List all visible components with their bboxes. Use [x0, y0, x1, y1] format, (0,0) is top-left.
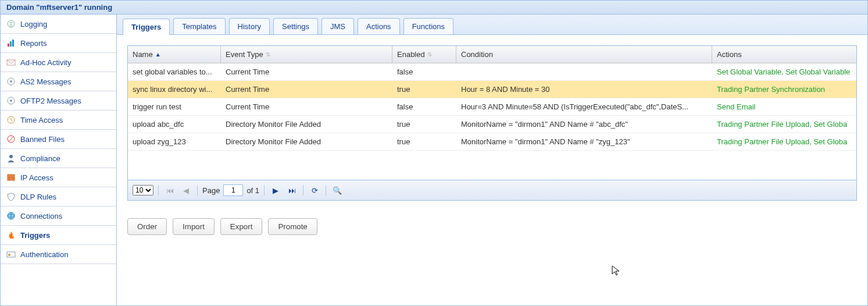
cell-enabled: false [392, 63, 456, 80]
sidebar-item-label: Banned Files [20, 135, 65, 144]
sidebar-item-label: AS2 Messages [20, 77, 71, 86]
svg-rect-5 [10, 41, 12, 47]
sidebar-item-triggers[interactable]: Triggers [1, 226, 116, 245]
sidebar-item-label: DLP Rules [20, 193, 56, 201]
last-page-button[interactable]: ⏭ [285, 184, 298, 197]
mail-icon [6, 58, 16, 67]
page-of-label: of 1 [247, 186, 259, 195]
cell-enabled: true [392, 81, 456, 98]
first-page-button[interactable]: ⏮ [163, 184, 176, 197]
cell-name: sync linux directory wi... [128, 81, 221, 98]
col-header-name-label: Name [133, 50, 153, 59]
cell-condition: MonitorName = "dirmon1" AND Name # "zyg_… [456, 133, 712, 150]
sidebar-item-label: Time Access [20, 116, 63, 124]
sidebar-item-ad-hoc-activity[interactable]: Ad-Hoc Activity [1, 53, 116, 72]
sidebar-item-ip-access[interactable]: IP Access [1, 168, 116, 187]
key-icon [6, 250, 16, 259]
table-row[interactable]: sync linux directory wi...Current Timetr… [128, 81, 856, 98]
col-header-name[interactable]: Name ▲ [128, 46, 221, 63]
tab-history[interactable]: History [229, 18, 270, 34]
svg-rect-4 [8, 44, 9, 47]
sidebar-item-time-access[interactable]: Time Access [1, 111, 116, 130]
cell-actions: Trading Partner File Upload, Set Globa [712, 116, 856, 133]
cell-event: Directory Monitor File Added [221, 116, 392, 133]
table-row[interactable]: trigger run testCurrent TimefalseHour=3 … [128, 98, 856, 116]
tab-triggers[interactable]: Triggers [123, 19, 170, 35]
cell-actions: Trading Partner Synchronization [712, 81, 856, 98]
next-page-button[interactable]: ▶ [269, 184, 282, 197]
cell-actions: Trading Partner File Upload, Set Globa [712, 133, 856, 150]
svg-point-25 [8, 254, 10, 256]
cell-name: upload zyg_123 [128, 133, 221, 150]
search-button[interactable]: 🔍 [331, 184, 344, 197]
window-title: Domain "mftserver1" running [1, 1, 867, 15]
col-header-event[interactable]: Event Type ⇅ [221, 46, 392, 63]
sidebar-item-connections[interactable]: Connections [1, 207, 116, 226]
fire-icon [6, 230, 16, 240]
ban-icon [6, 134, 16, 144]
cell-enabled: true [392, 116, 456, 133]
bottom-toolbar: Order Import Export Promote [127, 218, 857, 235]
import-button[interactable]: Import [173, 218, 215, 235]
refresh-button[interactable]: ⟳ [308, 184, 321, 197]
cell-event: Current Time [221, 63, 392, 80]
shield-icon [6, 192, 16, 201]
tab-settings[interactable]: Settings [273, 18, 318, 34]
page-label: Page [202, 186, 220, 195]
grid-body: set global variables to...Current Timefa… [128, 63, 856, 151]
table-row[interactable]: upload abc_dfcDirectory Monitor File Add… [128, 116, 856, 133]
cell-enabled: true [392, 133, 456, 150]
page-size-select[interactable]: 10 [133, 185, 153, 195]
grid-header: Name ▲ Event Type ⇅ Enabled ⇅ Condition [128, 46, 856, 63]
svg-point-9 [10, 80, 12, 83]
prev-page-button[interactable]: ◀ [180, 184, 192, 197]
col-header-condition-label: Condition [461, 50, 493, 59]
cell-condition: MonitorName = "dirmon1" AND Name # "abc_… [456, 116, 712, 133]
cell-condition [456, 63, 712, 80]
chart-icon [6, 38, 16, 48]
cell-name: set global variables to... [128, 63, 221, 80]
sort-icon: ⇅ [427, 51, 432, 58]
sidebar-item-label: Connections [20, 212, 62, 220]
sidebar-item-oftp2-messages[interactable]: OFTP2 Messages [1, 91, 116, 111]
order-button[interactable]: Order [127, 218, 167, 235]
tab-jms[interactable]: JMS [322, 18, 354, 34]
export-button[interactable]: Export [220, 218, 263, 235]
promote-button[interactable]: Promote [268, 218, 317, 235]
cell-actions: Set Global Variable, Set Global Variable [712, 63, 856, 80]
tabstrip: TriggersTemplatesHistorySettingsJMSActio… [117, 15, 867, 35]
sidebar-item-label: Compliance [20, 154, 60, 163]
sidebar-item-label: Logging [20, 20, 47, 29]
sidebar-item-reports[interactable]: Reports [1, 34, 116, 53]
cell-event: Directory Monitor File Added [221, 133, 392, 150]
tab-functions[interactable]: Functions [403, 18, 453, 34]
svg-rect-6 [12, 40, 14, 47]
svg-rect-2 [9, 24, 13, 24]
table-row[interactable]: set global variables to...Current Timefa… [128, 63, 856, 81]
col-header-condition[interactable]: Condition [456, 46, 712, 63]
sidebar-item-authentication[interactable]: Authentication [1, 245, 116, 264]
sidebar: LoggingReportsAd-Hoc ActivityAS2 Message… [1, 15, 117, 305]
sidebar-item-logging[interactable]: Logging [1, 15, 116, 34]
sidebar-item-label: Ad-Hoc Activity [20, 58, 71, 67]
sidebar-item-compliance[interactable]: Compliance [1, 149, 116, 168]
tab-templates[interactable]: Templates [173, 18, 225, 34]
sidebar-item-dlp-rules[interactable]: DLP Rules [1, 187, 116, 207]
tab-actions[interactable]: Actions [358, 18, 400, 34]
sort-asc-icon: ▲ [155, 51, 161, 58]
svg-rect-1 [9, 22, 13, 23]
log-icon [6, 19, 16, 29]
col-header-enabled-label: Enabled [397, 50, 425, 59]
col-header-actions[interactable]: Actions [712, 46, 856, 63]
sidebar-item-as2-messages[interactable]: AS2 Messages [1, 72, 116, 91]
svg-point-11 [10, 99, 12, 102]
pager: 10 ⏮ ◀ Page of 1 ▶ ⏭ ⟳ 🔍 [128, 180, 856, 200]
table-row[interactable]: upload zyg_123Directory Monitor File Add… [128, 133, 856, 151]
sidebar-item-banned-files[interactable]: Banned Files [1, 130, 116, 149]
col-header-enabled[interactable]: Enabled ⇅ [392, 46, 456, 63]
cell-event: Current Time [221, 81, 392, 98]
cell-enabled: false [392, 98, 456, 115]
page-number-input[interactable] [223, 184, 243, 196]
cell-condition: Hour = 8 AND Minute = 30 [456, 81, 712, 98]
wall-icon [6, 173, 16, 182]
